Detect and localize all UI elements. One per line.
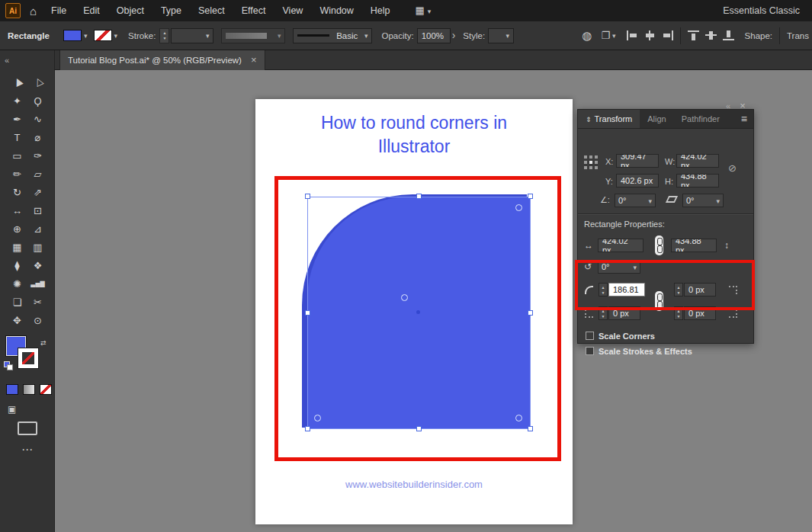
drawing-mode-icon[interactable]	[8, 402, 16, 415]
curvature-tool[interactable]: ∿	[27, 110, 48, 128]
zoom-tool[interactable]: ⊙	[27, 311, 48, 329]
free-transform-tool[interactable]: ⊡	[27, 201, 48, 220]
link-dimensions-icon[interactable]	[655, 236, 663, 255]
selection-handle[interactable]	[305, 310, 310, 316]
perspective-grid-tool[interactable]: ⊿	[27, 220, 48, 238]
swap-fill-stroke-icon[interactable]	[40, 335, 47, 348]
rect-height-field[interactable]: 434.88 px	[671, 239, 717, 252]
menu-view[interactable]: View	[274, 0, 312, 21]
slice-tool[interactable]: ✂	[27, 293, 48, 311]
menu-type[interactable]: Type	[152, 0, 190, 21]
stroke-color-dropdown[interactable]	[94, 30, 118, 41]
align-left-icon[interactable]	[627, 30, 638, 40]
lasso-tool[interactable]: Ϙ	[27, 91, 48, 110]
tab-transform[interactable]: Transform	[578, 110, 640, 128]
eraser-tool[interactable]: ▱	[27, 165, 48, 183]
pencil-tool[interactable]: ✏	[7, 165, 27, 183]
selection-handle[interactable]	[416, 194, 422, 199]
tab-align[interactable]: Align	[640, 110, 673, 128]
document-setup-dropdown[interactable]	[601, 30, 615, 41]
corner-widget[interactable]	[515, 204, 522, 211]
selection-handle[interactable]	[305, 426, 310, 431]
selection-handle[interactable]	[305, 194, 310, 199]
width-profile-dropdown[interactable]	[221, 28, 285, 43]
document-tab[interactable]: Tutorial Blog Post.ai* @ 50% (RGB/Previe…	[59, 50, 265, 70]
symbol-sprayer-tool[interactable]: ✺	[7, 274, 27, 293]
menu-edit[interactable]: Edit	[75, 0, 108, 21]
selection-handle[interactable]	[528, 426, 533, 431]
hand-tool[interactable]: ✥	[7, 311, 27, 329]
selection-handle[interactable]	[416, 426, 422, 431]
rectangle-tool[interactable]: ▭	[7, 146, 27, 165]
h-field[interactable]: 434.88 px	[676, 174, 719, 187]
scale-corners-checkbox[interactable]	[586, 332, 594, 340]
menu-object[interactable]: Object	[108, 0, 152, 21]
magic-wand-tool[interactable]: ✦	[7, 91, 27, 110]
artboard-title-text[interactable]: How to round corners in Illustrator	[286, 111, 542, 159]
shear-dropdown[interactable]: 0°	[682, 194, 724, 207]
paintbrush-tool[interactable]: ✑	[27, 146, 48, 165]
w-field[interactable]: 424.02 px	[676, 154, 719, 168]
fill-color-dropdown[interactable]	[63, 30, 88, 41]
edit-toolbar-ellipsis-icon[interactable]	[21, 444, 33, 456]
style-dropdown[interactable]	[488, 28, 514, 43]
artboard-tool[interactable]: ❏	[7, 293, 27, 311]
type-tool[interactable]: T	[7, 128, 27, 146]
panel-menu-icon[interactable]	[741, 110, 753, 128]
stroke-weight-stepper[interactable]	[159, 28, 169, 43]
close-icon[interactable]	[251, 55, 257, 66]
mesh-tool[interactable]: ▦	[7, 238, 27, 256]
corner-widget[interactable]	[515, 415, 522, 421]
screen-mode-icon[interactable]	[18, 421, 37, 435]
rect-width-field[interactable]: 424.02 px	[598, 239, 644, 252]
menu-select[interactable]: Select	[190, 0, 233, 21]
rotate-tool[interactable]: ↻	[7, 183, 27, 201]
pen-tool[interactable]: ✒	[7, 110, 27, 128]
menu-effect[interactable]: Effect	[233, 0, 274, 21]
selection-handle[interactable]	[528, 194, 533, 199]
column-graph-tool[interactable]: ▃▅▇	[27, 274, 48, 293]
tab-pathfinder[interactable]: Pathfinder	[674, 110, 727, 128]
stroke-color-proxy[interactable]	[18, 348, 38, 368]
none-button[interactable]	[40, 384, 52, 395]
menu-window[interactable]: Window	[311, 0, 361, 21]
rotate-dropdown[interactable]: 0°	[615, 194, 656, 207]
selection-handle[interactable]	[528, 310, 533, 316]
line-segment-tool[interactable]: ⌀	[27, 128, 48, 146]
scale-tool[interactable]: ⇗	[27, 183, 48, 201]
transform-label-clipped[interactable]: Trans	[787, 31, 809, 40]
stroke-weight-dropdown[interactable]	[171, 28, 213, 43]
reference-point-locator[interactable]	[584, 155, 598, 169]
align-bottom-icon[interactable]	[723, 30, 734, 40]
artboard-footer-text[interactable]: www.websitebuilderinsider.com	[255, 479, 573, 490]
align-top-icon[interactable]	[688, 30, 699, 40]
opacity-panel-chevron-icon[interactable]	[452, 30, 456, 41]
shape-builder-tool[interactable]: ⊕	[7, 220, 27, 238]
align-middle-icon[interactable]	[705, 30, 717, 40]
corner-widget[interactable]	[314, 415, 321, 421]
scale-strokes-checkbox[interactable]	[586, 347, 594, 355]
recolor-artwork-icon[interactable]	[582, 30, 592, 42]
width-tool[interactable]: ↔	[7, 201, 27, 220]
opacity-field[interactable]: 100%	[417, 28, 451, 43]
toolbar-collapse-icon[interactable]	[5, 53, 9, 66]
home-icon[interactable]	[30, 5, 37, 17]
eyedropper-tool[interactable]: ⧫	[7, 256, 27, 274]
color-button[interactable]	[6, 384, 18, 395]
center-widget[interactable]	[401, 294, 408, 301]
workspace-switcher[interactable]	[416, 5, 432, 16]
constrain-proportions-icon[interactable]	[728, 163, 737, 173]
workspace-name[interactable]: Essentials Classic	[723, 5, 812, 16]
align-right-icon[interactable]	[662, 30, 673, 40]
gradient-button[interactable]	[23, 384, 35, 395]
brush-definition-dropdown[interactable]: Basic	[293, 28, 372, 43]
default-fill-stroke-icon[interactable]	[4, 361, 13, 370]
x-field[interactable]: 309.47 px	[616, 154, 659, 168]
menu-help[interactable]: Help	[362, 0, 399, 21]
menu-file[interactable]: File	[43, 0, 75, 21]
gradient-tool[interactable]: ▥	[27, 238, 48, 256]
close-panel-icon[interactable]	[740, 99, 746, 111]
align-center-icon[interactable]	[644, 30, 656, 40]
collapse-panel-icon[interactable]	[726, 99, 730, 111]
y-field[interactable]: 402.6 px	[616, 174, 659, 187]
